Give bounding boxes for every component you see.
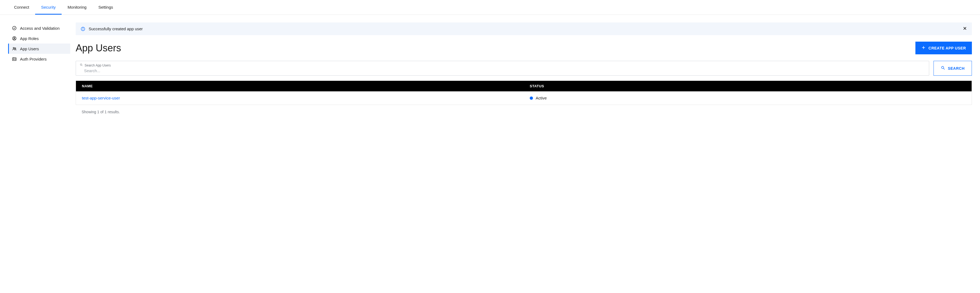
svg-point-2 <box>14 37 15 39</box>
sidebar: Access and Validation App Roles App User… <box>0 15 70 122</box>
results-count-text: Showing 1 of 1 results. <box>76 105 972 114</box>
svg-point-4 <box>15 48 16 49</box>
alert-message: Successfully created app user <box>89 27 963 31</box>
table-header-name: NAME <box>76 81 524 92</box>
sidebar-item-label: App Users <box>20 46 39 51</box>
plus-icon <box>921 45 926 51</box>
status-dot-icon <box>530 97 533 100</box>
svg-point-6 <box>13 59 14 59</box>
app-user-status-cell: Active <box>524 91 972 105</box>
status-text: Active <box>536 96 547 100</box>
sidebar-item-access-validation[interactable]: Access and Validation <box>8 23 70 33</box>
svg-line-15 <box>82 65 83 66</box>
table-row: test-app-service-user Active <box>76 91 972 105</box>
search-icon <box>80 63 83 67</box>
sidebar-item-label: Auth Providers <box>20 57 46 61</box>
sidebar-item-app-users[interactable]: App Users <box>8 43 70 54</box>
svg-line-17 <box>943 68 945 70</box>
create-button-label: CREATE APP USER <box>928 46 966 50</box>
top-tabs: Connect Security Monitoring Settings <box>0 0 980 15</box>
svg-point-9 <box>83 27 83 28</box>
search-button-label: SEARCH <box>948 66 965 70</box>
search-label-text: Search App Users <box>84 64 111 67</box>
alert-close-button[interactable] <box>963 25 967 32</box>
svg-point-3 <box>13 48 14 49</box>
search-box[interactable]: Search App Users <box>76 61 929 76</box>
info-icon <box>81 27 85 31</box>
app-user-link[interactable]: test-app-service-user <box>76 91 524 105</box>
page-title: App Users <box>76 43 121 54</box>
app-users-table: NAME STATUS test-app-service-user Active <box>76 81 972 105</box>
sidebar-item-auth-providers[interactable]: Auth Providers <box>8 54 70 64</box>
tab-monitoring[interactable]: Monitoring <box>62 0 92 14</box>
search-icon <box>941 66 945 71</box>
svg-point-16 <box>942 67 944 68</box>
table-header-status: STATUS <box>524 81 972 92</box>
user-circle-icon <box>12 36 17 41</box>
tab-connect[interactable]: Connect <box>8 0 35 14</box>
search-button[interactable]: SEARCH <box>934 61 972 76</box>
tab-security[interactable]: Security <box>35 0 62 14</box>
sidebar-item-label: Access and Validation <box>20 26 59 30</box>
svg-point-14 <box>80 64 82 65</box>
id-card-icon <box>12 56 17 61</box>
tab-settings[interactable]: Settings <box>92 0 119 14</box>
create-app-user-button[interactable]: CREATE APP USER <box>915 41 972 54</box>
success-alert: Successfully created app user <box>76 22 972 35</box>
sidebar-item-app-roles[interactable]: App Roles <box>8 33 70 43</box>
sidebar-item-label: App Roles <box>20 36 39 41</box>
users-icon <box>12 46 17 51</box>
check-shield-icon <box>12 25 17 30</box>
svg-point-0 <box>13 26 16 30</box>
search-input[interactable] <box>80 68 925 73</box>
